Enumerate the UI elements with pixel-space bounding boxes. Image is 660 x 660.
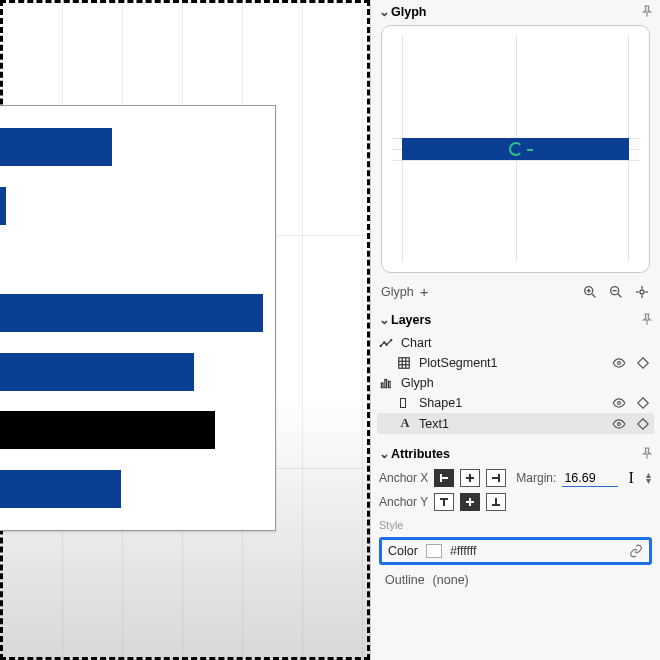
anchor-x-center-button[interactable] bbox=[460, 469, 480, 487]
margin-stepper[interactable]: ▴▾ bbox=[646, 472, 651, 484]
erase-icon[interactable] bbox=[634, 417, 652, 431]
glyph-preview[interactable] bbox=[381, 25, 650, 273]
svg-point-28 bbox=[618, 402, 621, 405]
anchor-y-bottom-button[interactable] bbox=[486, 493, 506, 511]
erase-icon[interactable] bbox=[634, 356, 652, 370]
outline-value[interactable]: (none) bbox=[433, 573, 469, 587]
side-panel: ⌄ Glyph Glyph + ⌄ Layers bbox=[370, 0, 660, 660]
svg-line-2 bbox=[592, 294, 595, 297]
outline-row: Outline (none) bbox=[379, 571, 652, 589]
chevron-down-icon: ⌄ bbox=[377, 446, 391, 461]
layer-row-shape[interactable]: Shape1 bbox=[377, 393, 654, 413]
pin-icon[interactable] bbox=[640, 5, 654, 19]
margin-label: Margin: bbox=[516, 471, 556, 485]
layer-label: PlotSegment1 bbox=[419, 356, 498, 370]
margin-input[interactable] bbox=[562, 470, 618, 487]
svg-point-8 bbox=[640, 290, 644, 294]
layer-label: Text1 bbox=[419, 417, 449, 431]
anchor-x-left-button[interactable] bbox=[434, 469, 454, 487]
layer-label: Chart bbox=[401, 336, 432, 350]
shape-icon bbox=[397, 396, 413, 410]
svg-point-29 bbox=[618, 422, 621, 425]
plotsegment-icon bbox=[397, 356, 413, 370]
style-section-label: Style bbox=[379, 519, 652, 531]
anchor-x-row: Anchor X Margin: I ▴▾ bbox=[379, 469, 652, 487]
add-glyph-button[interactable]: + bbox=[420, 283, 429, 300]
chevron-down-icon: ⌄ bbox=[377, 312, 391, 327]
chart-plot[interactable] bbox=[0, 105, 276, 531]
anchor-x-right-button[interactable] bbox=[486, 469, 506, 487]
zoom-in-icon[interactable] bbox=[582, 284, 598, 300]
layer-row-glyph[interactable]: Glyph bbox=[377, 373, 654, 393]
visibility-toggle-icon[interactable] bbox=[610, 396, 628, 410]
svg-point-14 bbox=[380, 345, 381, 346]
visibility-toggle-icon[interactable] bbox=[610, 356, 628, 370]
layer-row-text[interactable]: A Text1 bbox=[377, 413, 654, 434]
canvas-area[interactable] bbox=[0, 0, 370, 660]
glyph-footer: Glyph + bbox=[371, 279, 660, 308]
visibility-toggle-icon[interactable] bbox=[610, 417, 628, 431]
chart-bar[interactable] bbox=[0, 294, 263, 332]
svg-rect-26 bbox=[388, 381, 390, 387]
bind-data-icon[interactable] bbox=[629, 544, 643, 558]
layer-row-chart[interactable]: Chart bbox=[377, 333, 654, 353]
svg-line-6 bbox=[618, 294, 621, 297]
zoom-out-icon[interactable] bbox=[608, 284, 624, 300]
section-header-layers[interactable]: ⌄ Layers bbox=[371, 308, 660, 331]
anchor-y-top-button[interactable] bbox=[434, 493, 454, 511]
outline-label: Outline bbox=[385, 573, 425, 587]
svg-point-15 bbox=[384, 342, 385, 343]
section-header-attributes[interactable]: ⌄ Attributes bbox=[371, 442, 660, 465]
anchor-y-row: Anchor Y bbox=[379, 493, 652, 511]
svg-point-16 bbox=[386, 344, 387, 345]
attributes-panel: Anchor X Margin: I ▴▾ Anchor Y Style Col… bbox=[371, 465, 660, 601]
chart-bar[interactable] bbox=[0, 187, 6, 225]
color-value[interactable]: #ffffff bbox=[450, 544, 477, 558]
glyph-icon bbox=[379, 376, 395, 390]
svg-point-23 bbox=[618, 362, 621, 365]
chart-bar[interactable] bbox=[0, 128, 112, 166]
layers-tree: Chart PlotSegment1 Glyph Shape1 A Text1 bbox=[371, 331, 660, 442]
fit-view-icon[interactable] bbox=[634, 284, 650, 300]
color-row-highlight: Color #ffffff bbox=[379, 537, 652, 565]
svg-point-17 bbox=[391, 340, 392, 341]
svg-rect-24 bbox=[381, 383, 383, 388]
color-label: Color bbox=[388, 544, 418, 558]
section-header-glyph[interactable]: ⌄ Glyph bbox=[371, 0, 660, 23]
layer-label: Glyph bbox=[401, 376, 434, 390]
chevron-down-icon: ⌄ bbox=[377, 4, 391, 19]
chart-bar-selected[interactable] bbox=[0, 411, 215, 449]
text-cursor-icon: I bbox=[628, 469, 633, 487]
layer-label: Shape1 bbox=[419, 396, 462, 410]
section-title: Attributes bbox=[391, 447, 450, 461]
layer-row-plotsegment[interactable]: PlotSegment1 bbox=[377, 353, 654, 373]
pin-icon[interactable] bbox=[640, 447, 654, 461]
svg-rect-18 bbox=[399, 358, 410, 369]
pin-icon[interactable] bbox=[640, 313, 654, 327]
glyph-anchor-marker[interactable] bbox=[509, 142, 523, 156]
section-title: Glyph bbox=[391, 5, 426, 19]
chart-bar[interactable] bbox=[0, 353, 194, 391]
glyph-footer-label: Glyph bbox=[381, 285, 414, 299]
svg-rect-27 bbox=[401, 399, 406, 408]
chart-bar[interactable] bbox=[0, 470, 121, 508]
color-swatch[interactable] bbox=[426, 544, 442, 558]
chart-icon bbox=[379, 336, 395, 350]
anchor-y-middle-button[interactable] bbox=[460, 493, 480, 511]
section-title: Layers bbox=[391, 313, 431, 327]
text-icon: A bbox=[397, 416, 413, 431]
anchor-x-label: Anchor X bbox=[379, 471, 428, 485]
erase-icon[interactable] bbox=[634, 396, 652, 410]
svg-rect-25 bbox=[385, 380, 387, 388]
anchor-y-label: Anchor Y bbox=[379, 495, 428, 509]
